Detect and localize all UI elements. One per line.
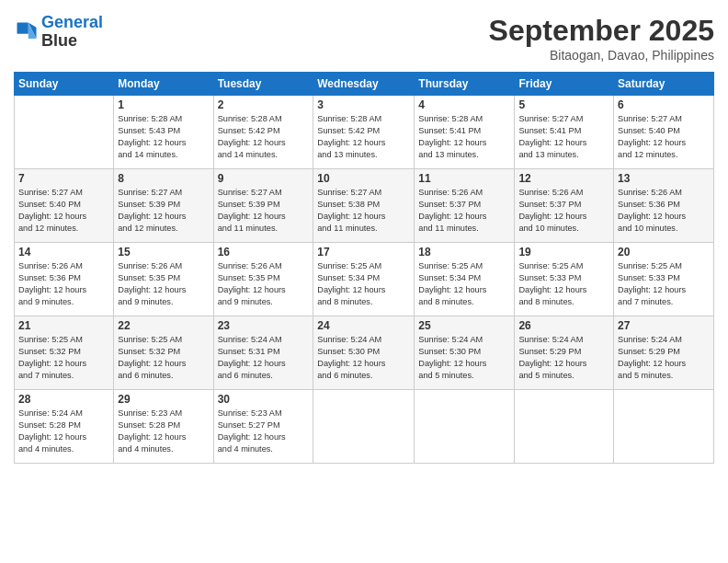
calendar-cell: 10Sunrise: 5:27 AM Sunset: 5:38 PM Dayli… (313, 169, 415, 243)
day-number: 7 (18, 172, 109, 185)
calendar-cell: 7Sunrise: 5:27 AM Sunset: 5:40 PM Daylig… (15, 169, 114, 243)
week-row-1: 1Sunrise: 5:28 AM Sunset: 5:43 PM Daylig… (15, 96, 714, 169)
page-header: General Blue September 2025 Bitaogan, Da… (14, 14, 714, 63)
day-number: 29 (118, 393, 209, 406)
day-info: Sunrise: 5:27 AM Sunset: 5:39 PM Dayligh… (118, 187, 209, 235)
calendar-cell: 28Sunrise: 5:24 AM Sunset: 5:28 PM Dayli… (15, 390, 114, 464)
day-number: 28 (18, 393, 109, 406)
weekday-header-wednesday: Wednesday (313, 73, 415, 96)
weekday-header-friday: Friday (515, 73, 614, 96)
calendar-cell: 4Sunrise: 5:28 AM Sunset: 5:41 PM Daylig… (415, 96, 515, 169)
day-info: Sunrise: 5:26 AM Sunset: 5:36 PM Dayligh… (618, 187, 710, 235)
day-number: 8 (118, 172, 209, 185)
day-number: 26 (518, 319, 609, 332)
day-number: 19 (518, 246, 609, 259)
day-info: Sunrise: 5:24 AM Sunset: 5:29 PM Dayligh… (518, 334, 609, 382)
week-row-3: 14Sunrise: 5:26 AM Sunset: 5:36 PM Dayli… (15, 243, 714, 316)
calendar-cell: 24Sunrise: 5:24 AM Sunset: 5:30 PM Dayli… (313, 316, 415, 390)
day-info: Sunrise: 5:24 AM Sunset: 5:30 PM Dayligh… (317, 334, 410, 382)
week-row-2: 7Sunrise: 5:27 AM Sunset: 5:40 PM Daylig… (15, 169, 714, 243)
day-info: Sunrise: 5:24 AM Sunset: 5:30 PM Dayligh… (418, 334, 510, 382)
calendar-subtitle: Bitaogan, Davao, Philippines (489, 48, 714, 63)
day-info: Sunrise: 5:25 AM Sunset: 5:34 PM Dayligh… (317, 260, 410, 308)
calendar-cell: 12Sunrise: 5:26 AM Sunset: 5:37 PM Dayli… (515, 169, 614, 243)
calendar-cell: 5Sunrise: 5:27 AM Sunset: 5:41 PM Daylig… (515, 96, 614, 169)
calendar-cell: 8Sunrise: 5:27 AM Sunset: 5:39 PM Daylig… (114, 169, 213, 243)
calendar-cell: 11Sunrise: 5:26 AM Sunset: 5:37 PM Dayli… (415, 169, 515, 243)
day-info: Sunrise: 5:24 AM Sunset: 5:29 PM Dayligh… (618, 334, 710, 382)
calendar-body: 1Sunrise: 5:28 AM Sunset: 5:43 PM Daylig… (15, 96, 714, 464)
logo: General Blue (14, 14, 103, 51)
calendar-cell: 25Sunrise: 5:24 AM Sunset: 5:30 PM Dayli… (415, 316, 515, 390)
day-info: Sunrise: 5:28 AM Sunset: 5:43 PM Dayligh… (118, 113, 209, 161)
calendar-cell: 2Sunrise: 5:28 AM Sunset: 5:42 PM Daylig… (213, 96, 313, 169)
calendar-cell: 17Sunrise: 5:25 AM Sunset: 5:34 PM Dayli… (313, 243, 415, 316)
calendar-cell (313, 390, 415, 464)
day-info: Sunrise: 5:25 AM Sunset: 5:33 PM Dayligh… (618, 260, 710, 308)
calendar-cell: 1Sunrise: 5:28 AM Sunset: 5:43 PM Daylig… (114, 96, 213, 169)
day-number: 23 (218, 319, 310, 332)
calendar-cell: 26Sunrise: 5:24 AM Sunset: 5:29 PM Dayli… (515, 316, 614, 390)
day-info: Sunrise: 5:25 AM Sunset: 5:32 PM Dayligh… (118, 334, 209, 382)
day-number: 2 (218, 98, 310, 111)
day-info: Sunrise: 5:27 AM Sunset: 5:40 PM Dayligh… (618, 113, 710, 161)
day-number: 16 (218, 246, 310, 259)
weekday-header-sunday: Sunday (15, 73, 114, 96)
day-number: 25 (418, 319, 510, 332)
calendar-cell: 18Sunrise: 5:25 AM Sunset: 5:34 PM Dayli… (415, 243, 515, 316)
day-number: 22 (118, 319, 209, 332)
day-info: Sunrise: 5:27 AM Sunset: 5:41 PM Dayligh… (518, 113, 609, 161)
week-row-4: 21Sunrise: 5:25 AM Sunset: 5:32 PM Dayli… (15, 316, 714, 390)
day-number: 9 (218, 172, 310, 185)
calendar-table: SundayMondayTuesdayWednesdayThursdayFrid… (14, 72, 714, 464)
day-number: 24 (317, 319, 410, 332)
day-info: Sunrise: 5:28 AM Sunset: 5:41 PM Dayligh… (418, 113, 510, 161)
calendar-cell: 16Sunrise: 5:26 AM Sunset: 5:35 PM Dayli… (213, 243, 313, 316)
calendar-cell (614, 390, 714, 464)
logo-line2: Blue (41, 32, 103, 51)
week-row-5: 28Sunrise: 5:24 AM Sunset: 5:28 PM Dayli… (15, 390, 714, 464)
calendar-cell: 30Sunrise: 5:23 AM Sunset: 5:27 PM Dayli… (213, 390, 313, 464)
day-number: 4 (418, 98, 510, 111)
calendar-cell: 27Sunrise: 5:24 AM Sunset: 5:29 PM Dayli… (614, 316, 714, 390)
day-info: Sunrise: 5:26 AM Sunset: 5:35 PM Dayligh… (218, 260, 310, 308)
day-number: 10 (317, 172, 410, 185)
day-info: Sunrise: 5:27 AM Sunset: 5:38 PM Dayligh… (317, 187, 410, 235)
calendar-cell: 22Sunrise: 5:25 AM Sunset: 5:32 PM Dayli… (114, 316, 213, 390)
day-info: Sunrise: 5:25 AM Sunset: 5:32 PM Dayligh… (18, 334, 109, 382)
calendar-title: September 2025 (489, 14, 714, 48)
day-number: 3 (317, 98, 410, 111)
calendar-cell (515, 390, 614, 464)
day-number: 27 (618, 319, 710, 332)
calendar-cell (415, 390, 515, 464)
day-number: 20 (618, 246, 710, 259)
calendar-cell (15, 96, 114, 169)
day-info: Sunrise: 5:28 AM Sunset: 5:42 PM Dayligh… (218, 113, 310, 161)
page-container: General Blue September 2025 Bitaogan, Da… (0, 0, 728, 563)
title-section: September 2025 Bitaogan, Davao, Philippi… (489, 14, 714, 63)
day-number: 15 (118, 246, 209, 259)
day-number: 21 (18, 319, 109, 332)
day-number: 6 (618, 98, 710, 111)
day-info: Sunrise: 5:26 AM Sunset: 5:36 PM Dayligh… (18, 260, 109, 308)
logo-line1: General (41, 13, 103, 31)
day-info: Sunrise: 5:26 AM Sunset: 5:37 PM Dayligh… (518, 187, 609, 235)
day-number: 1 (118, 98, 209, 111)
logo-text: General Blue (41, 14, 103, 51)
calendar-cell: 9Sunrise: 5:27 AM Sunset: 5:39 PM Daylig… (213, 169, 313, 243)
day-info: Sunrise: 5:27 AM Sunset: 5:40 PM Dayligh… (18, 187, 109, 235)
weekday-row: SundayMondayTuesdayWednesdayThursdayFrid… (15, 73, 714, 96)
calendar-cell: 29Sunrise: 5:23 AM Sunset: 5:28 PM Dayli… (114, 390, 213, 464)
calendar-cell: 13Sunrise: 5:26 AM Sunset: 5:36 PM Dayli… (614, 169, 714, 243)
day-number: 5 (518, 98, 609, 111)
day-info: Sunrise: 5:26 AM Sunset: 5:37 PM Dayligh… (418, 187, 510, 235)
logo-icon (14, 19, 40, 45)
day-number: 18 (418, 246, 510, 259)
weekday-header-tuesday: Tuesday (213, 73, 313, 96)
day-info: Sunrise: 5:23 AM Sunset: 5:27 PM Dayligh… (218, 408, 310, 455)
day-number: 30 (218, 393, 310, 406)
day-info: Sunrise: 5:24 AM Sunset: 5:31 PM Dayligh… (218, 334, 310, 382)
day-number: 13 (618, 172, 710, 185)
calendar-header: SundayMondayTuesdayWednesdayThursdayFrid… (15, 73, 714, 96)
day-info: Sunrise: 5:25 AM Sunset: 5:33 PM Dayligh… (518, 260, 609, 308)
